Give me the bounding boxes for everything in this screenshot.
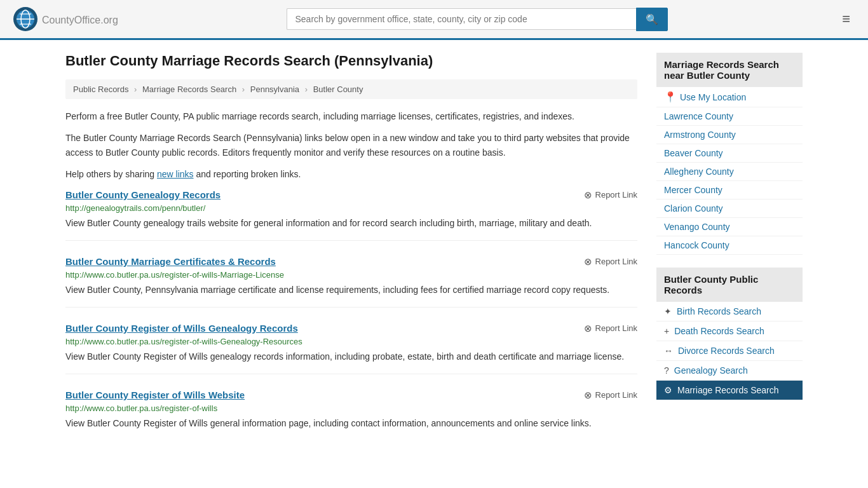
record-item: Butler County Marriage Certificates & Re…: [65, 256, 637, 308]
menu-button[interactable]: ≡: [837, 8, 855, 30]
report-icon-1: ⊗: [584, 256, 592, 268]
report-icon-0: ⊗: [584, 189, 592, 201]
report-icon-3: ⊗: [584, 390, 592, 401]
report-link-2[interactable]: ⊗ Report Link: [584, 323, 637, 334]
breadcrumb-marriage-records-search[interactable]: Marriage Records Search: [142, 85, 236, 94]
record-item: Butler County Genealogy Records ⊗ Report…: [65, 189, 637, 241]
death-icon: +: [664, 326, 669, 336]
record-url-0: http://genealogytrails.com/penn/butler/: [65, 203, 637, 213]
use-my-location-link[interactable]: Use My Location: [680, 92, 746, 102]
sidebar-public-records-section: Butler County Public Records ✦ Birth Rec…: [656, 268, 803, 400]
record-desc-1: View Butler County, Pennsylvania marriag…: [65, 283, 637, 297]
sidebar-item-armstrong[interactable]: Armstrong County: [656, 126, 803, 144]
sidebar-death-records[interactable]: + Death Records Search: [656, 322, 803, 341]
sidebar-use-location[interactable]: 📍 Use My Location: [656, 87, 803, 107]
sidebar-item-allegheny[interactable]: Allegheny County: [656, 163, 803, 181]
sidebar-item-mercer[interactable]: Mercer County: [656, 181, 803, 200]
page-wrapper: Butler County Marriage Records Search (P…: [53, 40, 815, 468]
report-link-0[interactable]: ⊗ Report Link: [584, 189, 637, 201]
breadcrumb-pennsylvania[interactable]: Pennsylvania: [250, 85, 299, 94]
breadcrumb: Public Records › Marriage Records Search…: [65, 79, 637, 99]
report-link-1[interactable]: ⊗ Report Link: [584, 256, 637, 268]
sidebar: Marriage Records Search near Butler Coun…: [656, 53, 803, 456]
breadcrumb-butler-county[interactable]: Butler County: [313, 85, 363, 94]
record-title-3[interactable]: Butler County Register of Wills Website: [65, 390, 245, 400]
sidebar-item-lawrence[interactable]: Lawrence County: [656, 107, 803, 126]
record-url-2: http://www.co.butler.pa.us/register-of-w…: [65, 337, 637, 346]
sidebar-nearby-section: Marriage Records Search near Butler Coun…: [656, 53, 803, 255]
page-title: Butler County Marriage Records Search (P…: [65, 53, 637, 69]
sidebar-item-clarion[interactable]: Clarion County: [656, 200, 803, 218]
record-item: Butler County Register of Wills Genealog…: [65, 323, 637, 374]
sidebar-records-list: ✦ Birth Records Search + Death Records S…: [656, 302, 803, 400]
description-para2: The Butler County Marriage Records Searc…: [65, 131, 637, 159]
record-desc-3: View Butler County Register of Wills gen…: [65, 417, 637, 430]
sidebar-nearby-list: 📍 Use My Location Lawrence County Armstr…: [656, 87, 803, 255]
marriage-icon: ⚙: [664, 385, 672, 395]
sidebar-divorce-records[interactable]: ↔ Divorce Records Search: [656, 341, 803, 361]
record-title-1[interactable]: Butler County Marriage Certificates & Re…: [65, 256, 276, 267]
logo[interactable]: CountyOffice.org: [13, 6, 118, 32]
report-link-3[interactable]: ⊗ Report Link: [584, 390, 637, 401]
sidebar-nearby-title: Marriage Records Search near Butler Coun…: [656, 53, 803, 87]
sidebar-birth-records[interactable]: ✦ Birth Records Search: [656, 302, 803, 322]
genealogy-icon: ?: [664, 365, 669, 376]
record-url-1: http://www.co.butler.pa.us/register-of-w…: [65, 270, 637, 280]
sidebar-item-beaver[interactable]: Beaver County: [656, 144, 803, 163]
sidebar-public-records-title: Butler County Public Records: [656, 268, 803, 302]
sidebar-item-venango[interactable]: Venango County: [656, 218, 803, 236]
search-input[interactable]: [287, 8, 636, 30]
record-item: Butler County Register of Wills Website …: [65, 390, 637, 440]
report-icon-2: ⊗: [584, 323, 592, 334]
search-button[interactable]: 🔍: [636, 8, 668, 31]
search-bar: 🔍: [287, 8, 668, 31]
birth-icon: ✦: [664, 306, 672, 316]
sidebar-item-hancock[interactable]: Hancock County: [656, 236, 803, 255]
logo-icon: [13, 6, 38, 32]
sidebar-genealogy-search[interactable]: ? Genealogy Search: [656, 361, 803, 381]
divorce-icon: ↔: [664, 346, 673, 356]
record-desc-0: View Butler County genealogy trails webs…: [65, 217, 637, 230]
record-url-3: http://www.co.butler.pa.us/register-of-w…: [65, 403, 637, 413]
record-desc-2: View Butler County Register of Wills gen…: [65, 350, 637, 363]
description-para3: Help others by sharing new links and rep…: [65, 167, 637, 181]
new-links-link[interactable]: new links: [157, 169, 194, 179]
record-title-2[interactable]: Butler County Register of Wills Genealog…: [65, 323, 298, 334]
sidebar-marriage-records[interactable]: ⚙ Marriage Records Search: [656, 381, 803, 400]
breadcrumb-public-records[interactable]: Public Records: [73, 85, 128, 94]
main-content: Butler County Marriage Records Search (P…: [65, 53, 637, 456]
record-title-0[interactable]: Butler County Genealogy Records: [65, 189, 220, 200]
header: CountyOffice.org 🔍 ≡: [0, 0, 868, 40]
logo-label: CountyOffice.org: [42, 12, 118, 27]
description-para1: Perform a free Butler County, PA public …: [65, 109, 637, 123]
location-pin-icon: 📍: [664, 91, 677, 103]
